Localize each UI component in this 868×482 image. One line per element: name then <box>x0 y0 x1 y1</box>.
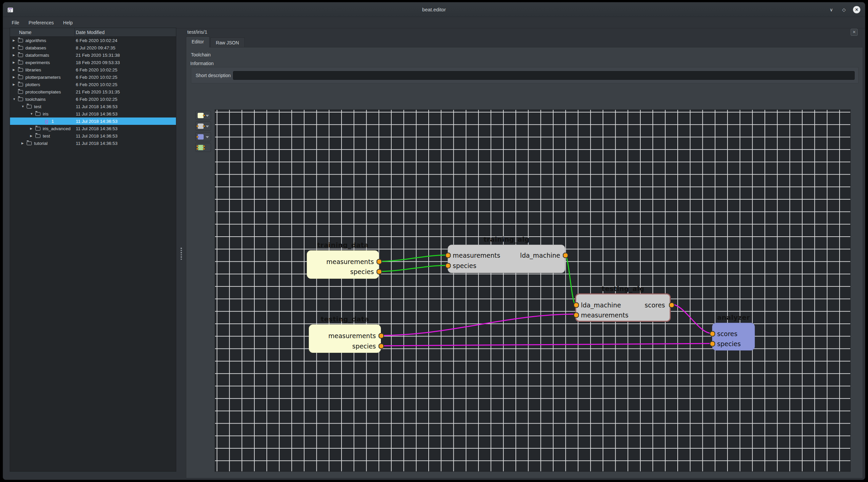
tree-item-name: test <box>43 133 50 138</box>
tree-expand-arrow-icon[interactable]: ▶ <box>13 61 18 64</box>
input-label: scores <box>717 330 738 338</box>
tree-row[interactable]: ▶plotters6 Feb 2020 10:02:25 <box>10 81 176 88</box>
toolchain-node-training_data[interactable]: training_datameasurementsspecies <box>307 250 379 279</box>
toolchain-canvas[interactable]: training_datameasurementsspeciestraining… <box>215 109 850 472</box>
undock-icon[interactable]: ✕ <box>850 29 858 36</box>
editor-panel: test/iris/1 ✕ Editor Raw JSON Toolchain … <box>186 28 863 479</box>
output-port[interactable] <box>377 269 382 275</box>
dropdown-caret-icon <box>206 136 209 138</box>
tree-expand-arrow-icon[interactable]: ▶ <box>21 141 26 145</box>
block-shape-icon <box>198 134 204 139</box>
output-port[interactable] <box>379 333 384 339</box>
tab-raw-json[interactable]: Raw JSON <box>210 37 245 47</box>
add-loop-block-button[interactable] <box>195 143 211 152</box>
output-port[interactable] <box>377 259 382 265</box>
toolchain-node-testing_data[interactable]: testing_datameasurementsspecies <box>309 324 381 353</box>
tree-expand-arrow-icon[interactable]: ▶ <box>30 127 35 130</box>
tree-item-name: 1 <box>52 119 54 124</box>
tree-row[interactable]: ▶libraries6 Feb 2020 10:02:25 <box>10 66 176 73</box>
tree-row[interactable]: ▼toolchains6 Feb 2020 10:02:25 <box>10 95 176 103</box>
input-label: species <box>453 262 476 269</box>
short-description-input[interactable] <box>233 71 855 80</box>
maximize-icon[interactable]: ◇ <box>840 6 848 13</box>
toolchain-node-training_alg[interactable]: training_algmeasurementsspecieslda_machi… <box>448 245 565 273</box>
tree-item-date: 6 Feb 2020 10:02:24 <box>76 38 118 43</box>
column-header-name[interactable]: Name <box>10 28 75 36</box>
tree-row[interactable]: protocoltemplates21 Feb 2020 15:31:35 <box>10 88 176 95</box>
tree-expand-arrow-icon[interactable]: ▼ <box>21 105 26 108</box>
input-label: lda_machine <box>581 301 621 309</box>
node-title: training_alg <box>435 235 578 243</box>
tree-row[interactable]: {}111 Jul 2018 14:36:53 <box>10 118 176 125</box>
tree-row[interactable]: ▼test11 Jul 2018 14:36:53 <box>10 103 176 110</box>
output-port[interactable] <box>379 344 384 349</box>
tree-row[interactable]: ▶dataformats21 Feb 2020 15:31:38 <box>10 52 176 59</box>
window-title: beat.editor <box>3 2 865 17</box>
panel-splitter-handle[interactable] <box>180 248 182 260</box>
input-port[interactable] <box>445 253 451 258</box>
add-dataset-block-button[interactable] <box>195 111 211 120</box>
tree-expand-arrow-icon[interactable]: ▶ <box>13 46 18 50</box>
connection-wire[interactable] <box>379 265 448 271</box>
tree-item-date: 11 Jul 2018 14:36:53 <box>76 111 118 117</box>
editor-tab-pane: Toolchain Information Short description … <box>186 47 863 478</box>
input-port[interactable] <box>710 331 715 337</box>
tree-expand-arrow-icon[interactable]: ▶ <box>13 75 18 79</box>
input-port[interactable] <box>574 313 579 318</box>
connection-wire[interactable] <box>379 255 448 261</box>
menu-file[interactable]: File <box>8 19 23 27</box>
input-port[interactable] <box>445 263 451 269</box>
menu-preferences[interactable]: Preferences <box>25 19 58 27</box>
tree-row[interactable]: ▶plotterparameters6 Feb 2020 10:02:25 <box>10 73 176 81</box>
tree-item-name: iris <box>43 111 49 117</box>
connection-wire[interactable] <box>381 344 712 346</box>
tree-item-name: test <box>34 104 41 109</box>
input-port[interactable] <box>574 302 579 308</box>
tree-row[interactable]: ▶algorithms6 Feb 2020 10:02:24 <box>10 37 176 44</box>
tree-expand-arrow-icon[interactable]: ▶ <box>13 68 18 71</box>
tree-row[interactable]: ▶experiments18 Feb 2020 09:53:33 <box>10 59 176 66</box>
tree-item-date: 11 Jul 2018 14:36:53 <box>76 133 118 138</box>
tree-expand-arrow-icon[interactable]: ▶ <box>30 134 35 137</box>
output-port[interactable] <box>563 253 568 258</box>
tree-item-date: 21 Feb 2020 15:31:38 <box>76 53 120 58</box>
tree-row[interactable]: ▶databases8 Jul 2020 09:47:35 <box>10 44 176 52</box>
folder-icon <box>18 83 23 87</box>
output-port[interactable] <box>669 302 675 308</box>
file-tree-panel: Name Date Modified ▶algorithms6 Feb 2020… <box>10 28 176 472</box>
tree-item-date: 11 Jul 2018 14:36:53 <box>76 141 118 146</box>
tree-item-name: databases <box>25 45 46 51</box>
tab-editor[interactable]: Editor <box>186 36 210 47</box>
toolchain-section-label: Toolchain <box>191 52 211 57</box>
information-groupbox: Short description <box>191 67 859 84</box>
connection-wire[interactable] <box>381 314 575 335</box>
toolchain-node-testing_alg[interactable]: testing_alglda_machinemeasurementsscores <box>575 293 671 322</box>
tree-expand-arrow-icon[interactable]: ▶ <box>13 39 18 42</box>
tree-expand-arrow-icon[interactable]: ▶ <box>13 83 18 86</box>
minimize-icon[interactable]: ∨ <box>828 6 835 13</box>
node-title: analyzer <box>699 314 768 321</box>
folder-icon <box>18 68 23 72</box>
connection-wire[interactable] <box>565 255 575 304</box>
tree-item-date: 6 Feb 2020 10:02:25 <box>76 97 118 102</box>
tree-row[interactable]: ▶tutorial11 Jul 2018 14:36:53 <box>10 139 176 147</box>
tree-row[interactable]: ▶iris_advanced11 Jul 2018 14:36:53 <box>10 125 176 132</box>
add-analyzer-block-button[interactable] <box>195 132 211 141</box>
menu-help[interactable]: Help <box>59 19 77 27</box>
short-description-label: Short description <box>196 73 231 78</box>
tree-expand-arrow-icon[interactable]: ▶ <box>13 54 18 57</box>
tree-expand-arrow-icon[interactable]: ▼ <box>13 97 18 101</box>
folder-icon <box>18 90 23 94</box>
output-label: measurements <box>327 258 374 265</box>
tree-row[interactable]: ▶test11 Jul 2018 14:36:53 <box>10 132 176 139</box>
column-header-date-modified[interactable]: Date Modified <box>75 28 176 36</box>
input-port[interactable] <box>710 341 715 347</box>
output-label: lda_machine <box>520 252 560 259</box>
tree-expand-arrow-icon[interactable]: ▼ <box>30 112 35 116</box>
tree-item-name: plotters <box>25 82 40 87</box>
output-label: scores <box>645 301 665 309</box>
close-icon[interactable]: ✕ <box>853 6 860 13</box>
toolchain-node-analyzer[interactable]: analyzerscoresspecies <box>712 323 755 351</box>
add-regular-block-button[interactable] <box>195 122 211 130</box>
tree-row[interactable]: ▼iris11 Jul 2018 14:36:53 <box>10 110 176 118</box>
